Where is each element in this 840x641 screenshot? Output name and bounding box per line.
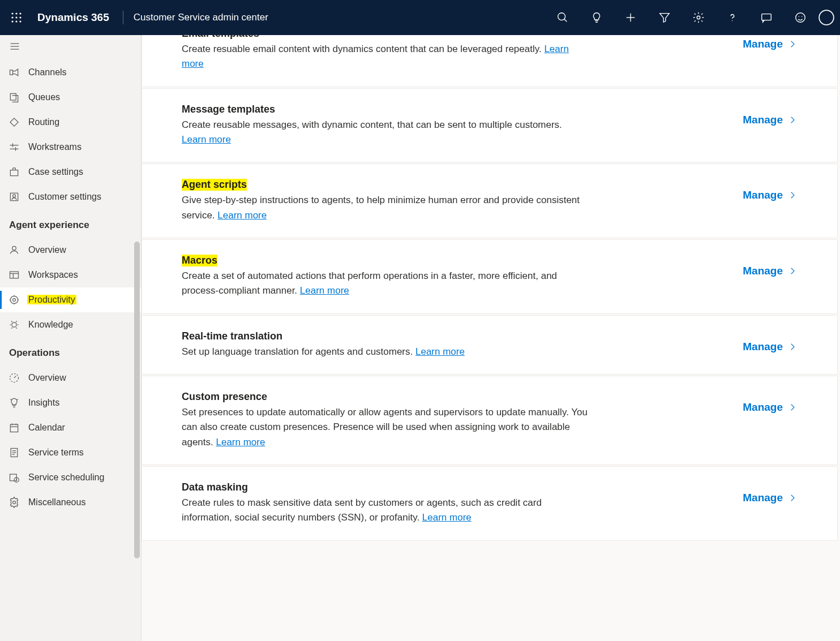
svg-point-33 — [12, 246, 16, 250]
manage-label: Manage — [743, 401, 783, 414]
nav-label: Miscellaneous — [28, 497, 85, 507]
setting-card-message-templates: Message templatesCreate reusable message… — [142, 88, 838, 163]
brand-name[interactable]: Dynamics 365 — [33, 11, 121, 24]
manage-button[interactable]: Manage — [743, 179, 798, 201]
nav-item-overview[interactable]: Overview — [0, 365, 141, 390]
nav-item-service-terms[interactable]: Service terms — [0, 440, 141, 465]
manage-label: Manage — [743, 492, 783, 504]
learn-more-link[interactable]: Learn more — [300, 285, 349, 296]
svg-point-1 — [15, 12, 17, 14]
nav-item-workspaces[interactable]: Workspaces — [0, 263, 141, 287]
nav-item-queues[interactable]: Queues — [0, 85, 141, 110]
svg-point-7 — [15, 20, 17, 22]
question-icon — [726, 11, 739, 24]
chevron-right-icon — [787, 342, 798, 352]
account-button[interactable] — [817, 0, 835, 35]
workstreams-icon — [8, 141, 20, 153]
learn-more-link[interactable]: Learn more — [415, 346, 465, 357]
nav-item-overview[interactable]: Overview — [0, 238, 141, 263]
svg-point-39 — [12, 322, 16, 327]
productivity-icon — [8, 294, 20, 306]
nav-item-workstreams[interactable]: Workstreams — [0, 135, 141, 160]
smiley-icon — [794, 11, 807, 24]
help-button[interactable] — [715, 0, 749, 35]
manage-button[interactable]: Manage — [743, 391, 798, 414]
card-title: Macros — [182, 255, 217, 266]
search-icon — [556, 11, 569, 24]
svg-point-18 — [802, 16, 802, 16]
chat-button[interactable] — [749, 0, 783, 35]
manage-button[interactable]: Manage — [743, 255, 798, 277]
card-title: Custom presence — [182, 391, 267, 403]
manage-button[interactable]: Manage — [743, 330, 798, 353]
svg-point-13 — [697, 16, 700, 19]
app-launcher-button[interactable] — [0, 0, 33, 35]
overview-icon — [8, 244, 20, 256]
settings-button[interactable] — [682, 0, 715, 35]
learn-more-link[interactable]: Learn more — [422, 512, 472, 523]
divider — [123, 11, 123, 24]
nav-item-routing[interactable]: Routing — [0, 110, 141, 135]
scheduling-icon — [8, 471, 20, 484]
learn-more-link[interactable]: Learn more — [217, 210, 267, 221]
card-description: Create reusable messages, with dynamic c… — [182, 118, 589, 148]
card-description: Set up language translation for agents a… — [182, 345, 589, 359]
nav-item-channels[interactable]: Channels — [0, 60, 141, 85]
chat-icon — [760, 11, 773, 24]
nav-item-insights[interactable]: Insights — [0, 390, 141, 415]
main-content: Email templatesCreate resuable email con… — [142, 35, 840, 641]
svg-point-17 — [799, 16, 799, 16]
card-title: Agent scripts — [182, 179, 247, 191]
svg-rect-43 — [10, 424, 18, 432]
svg-point-3 — [11, 16, 13, 18]
nav-item-knowledge[interactable]: Knowledge — [0, 312, 141, 337]
nav-item-calendar[interactable]: Calendar — [0, 415, 141, 440]
nav-item-case-settings[interactable]: Case settings — [0, 160, 141, 184]
nav-item-miscellaneous[interactable]: Miscellaneous — [0, 490, 141, 515]
svg-line-41 — [10, 399, 11, 400]
lightbulb-icon — [590, 11, 603, 24]
manage-button[interactable]: Manage — [743, 104, 798, 126]
channels-icon — [8, 66, 20, 79]
filter-button[interactable] — [648, 0, 682, 35]
nav-item-service-scheduling[interactable]: Service scheduling — [0, 465, 141, 490]
search-button[interactable] — [546, 0, 580, 35]
setting-card-custom-presence: Custom presenceSet presences to update a… — [142, 376, 838, 465]
svg-point-32 — [13, 195, 16, 197]
setting-card-email-templates: Email templatesCreate resuable email con… — [142, 35, 838, 87]
case-icon — [8, 166, 20, 178]
card-title: Data masking — [182, 481, 248, 493]
learn-more-link[interactable]: Learn more — [216, 437, 265, 448]
svg-rect-30 — [10, 170, 18, 176]
emoji-button[interactable] — [783, 0, 817, 35]
manage-label: Manage — [743, 341, 783, 353]
avatar-circle-icon — [818, 10, 834, 25]
sidebar: ChannelsQueuesRoutingWorkstreamsCase set… — [0, 35, 142, 641]
app-subtitle: Customer Service admin center — [134, 12, 268, 23]
nav-label: Calendar — [28, 423, 65, 433]
setting-card-real-time-translation: Real-time translationSet up language tra… — [142, 315, 838, 375]
manage-label: Manage — [743, 114, 783, 126]
sidebar-scrollbar[interactable] — [134, 242, 140, 558]
manage-button[interactable]: Manage — [743, 481, 798, 504]
misc-icon — [8, 496, 20, 509]
nav-item-productivity[interactable]: Productivity — [0, 287, 141, 312]
chevron-right-icon — [787, 402, 798, 412]
card-description: Create rules to mask sensitive data sent… — [182, 496, 589, 526]
svg-rect-24 — [10, 93, 16, 100]
learn-more-link[interactable]: Learn more — [182, 134, 231, 145]
nav-label: Productivity — [28, 295, 76, 305]
workspaces-icon — [8, 269, 20, 281]
lightbulb-button[interactable] — [580, 0, 614, 35]
nav-item-customer-settings[interactable]: Customer settings — [0, 184, 141, 209]
svg-rect-34 — [10, 272, 19, 278]
hamburger-button[interactable] — [9, 41, 20, 54]
svg-point-9 — [558, 13, 565, 20]
add-button[interactable] — [614, 0, 648, 35]
manage-button[interactable]: Manage — [743, 35, 798, 50]
svg-rect-15 — [762, 14, 772, 20]
nav-label: Channels — [28, 67, 67, 78]
terms-icon — [8, 446, 20, 459]
setting-card-macros: MacrosCreate a set of automated actions … — [142, 239, 838, 314]
chevron-right-icon — [787, 39, 798, 49]
